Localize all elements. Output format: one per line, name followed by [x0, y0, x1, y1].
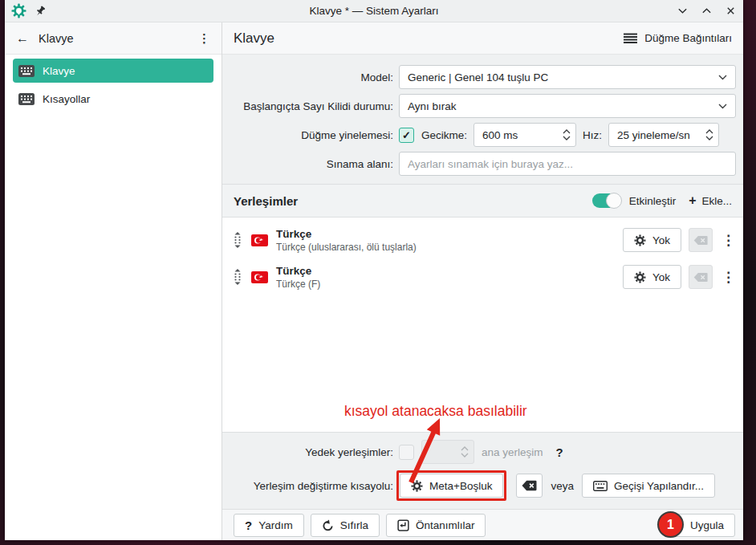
layout-shortcut-label: Yok	[652, 234, 670, 246]
bottom-settings: Yedek yerleşimler: ana yerleşim	[222, 432, 743, 509]
layouts-section-header: Yerleşimler Etkinleştir + Ekle...	[222, 184, 743, 218]
reset-label: Sıfırla	[340, 519, 368, 531]
enable-label: Etkinleştir	[629, 195, 677, 207]
layout-shortcut-label: Yok	[652, 271, 670, 283]
configure-switching-label: Geçişi Yapılandır...	[614, 480, 704, 492]
delay-value: 600 ms	[482, 129, 518, 141]
sidebar-list: Klavye	[5, 55, 222, 119]
defaults-icon	[397, 519, 409, 531]
keyboard-icon	[18, 65, 35, 77]
sidebar-item-label: Klavye	[43, 65, 75, 77]
annotation-highlight-box: Meta+Boşluk	[396, 470, 506, 501]
spinner-arrows-icon[interactable]	[701, 129, 713, 140]
model-combobox[interactable]: Generic | Genel 104 tuşlu PC	[399, 65, 736, 89]
drag-handle-icon[interactable]	[232, 231, 243, 249]
layout-name: Türkçe	[276, 228, 417, 240]
rate-spinbox[interactable]: 25 yineleme/sn	[608, 123, 719, 147]
help-icon[interactable]: ?	[556, 445, 563, 459]
question-icon: ?	[245, 519, 252, 532]
drag-handle-icon[interactable]	[232, 268, 243, 286]
gear-icon	[634, 234, 646, 246]
gear-icon	[411, 480, 423, 492]
add-label: Ekle...	[701, 195, 732, 207]
button-mappings-label: Düğme Bağıntıları	[644, 32, 732, 44]
page-title: Klavye	[234, 31, 274, 47]
layout-name: Türkçe	[276, 265, 320, 277]
desktop-background: Klavye * — Sistem Ayarları	[0, 0, 756, 545]
maximize-icon[interactable]	[700, 5, 713, 18]
window-title: Klavye * — Sistem Ayarları	[5, 5, 743, 17]
layout-variant: Türkçe (F)	[276, 279, 320, 290]
hamburger-icon	[624, 33, 637, 44]
reset-button[interactable]: Sıfırla	[311, 514, 380, 537]
numlock-label: Başlangıçta Sayı Kilidi durumu:	[222, 100, 393, 112]
help-button[interactable]: ? Yardım	[234, 514, 304, 537]
sidebar-item-kisayollar[interactable]: Kısayollar	[13, 87, 213, 111]
layout-row-turkce-intl: Türkçe Türkçe (uluslararası, ölü tuşlarl…	[232, 222, 735, 258]
spinner-arrows-icon	[456, 446, 469, 458]
switch-shortcut-value: Meta+Boşluk	[429, 480, 492, 492]
rate-value: 25 yineleme/sn	[617, 129, 690, 141]
model-value: Generic | Genel 104 tuşlu PC	[408, 71, 548, 83]
row-menu-icon[interactable]: ⋮	[721, 270, 735, 284]
close-icon[interactable]	[724, 5, 737, 18]
switch-shortcut-label: Yerleşim değiştirme kısayolu:	[222, 480, 393, 492]
annotation-text: kısayol atanacaksa basılabilir	[344, 403, 527, 420]
configure-switching-button[interactable]: Geçişi Yapılandır...	[582, 474, 715, 498]
rate-label: Hız:	[583, 129, 602, 141]
gear-icon	[634, 271, 646, 283]
spare-layouts-label: Yedek yerleşimler:	[222, 446, 393, 458]
layout-shortcut-button[interactable]: Yok	[623, 265, 681, 289]
app-icon	[11, 3, 26, 18]
titlebar: Klavye * — Sistem Ayarları	[5, 0, 743, 22]
sidebar-item-klavye[interactable]: Klavye	[13, 59, 213, 83]
switch-shortcut-row: Yerleşim değiştirme kısayolu:	[222, 470, 743, 501]
layout-shortcut-button[interactable]: Yok	[623, 228, 681, 252]
key-repeat-label: Düğme yinelemesi:	[222, 129, 393, 141]
layouts-enable-toggle[interactable]	[592, 193, 621, 208]
chevron-down-icon	[718, 104, 727, 109]
layout-variant: Türkçe (uluslararası, ölü tuşlarla)	[276, 242, 417, 253]
sidebar-menu-icon[interactable]: ⋮	[198, 32, 210, 44]
system-settings-window: Klavye * — Sistem Ayarları	[5, 0, 743, 540]
delay-label: Gecikme:	[421, 129, 467, 141]
plus-icon: +	[689, 194, 696, 207]
minimize-icon[interactable]	[676, 5, 689, 18]
annotation-step-badge: 1	[657, 511, 684, 538]
clear-switch-shortcut-button[interactable]	[516, 474, 543, 498]
sidebar-title: Klavye	[39, 32, 74, 45]
keyboard-form: Model: Generic | Genel 104 tuşlu PC Başl…	[222, 55, 743, 184]
button-mappings-button[interactable]: Düğme Bağıntıları	[624, 32, 732, 44]
defaults-label: Öntanımlılar	[416, 519, 475, 531]
layouts-list: Türkçe Türkçe (uluslararası, ölü tuşlarl…	[222, 218, 743, 432]
row-menu-icon[interactable]: ⋮	[721, 234, 735, 247]
main-header: Klavye Düğme Bağıntıları	[222, 22, 743, 55]
main-panel: Klavye Düğme Bağıntıları Model:	[222, 22, 743, 540]
or-label: veya	[551, 480, 574, 492]
turkish-flag-icon	[251, 234, 268, 246]
undo-icon	[322, 519, 334, 531]
spare-layouts-row: Yedek yerleşimler: ana yerleşim	[222, 440, 743, 464]
spare-layouts-checkbox[interactable]	[399, 445, 414, 460]
keyboard-icon	[18, 93, 35, 105]
add-layout-button[interactable]: + Ekle...	[689, 194, 732, 207]
clear-shortcut-button	[689, 228, 713, 252]
key-repeat-checkbox[interactable]: ✓	[399, 128, 414, 143]
sidebar: ← Klavye ⋮	[5, 22, 222, 540]
layouts-title: Yerleşimler	[234, 194, 298, 208]
defaults-button[interactable]: Öntanımlılar	[386, 514, 486, 537]
delay-spinbox[interactable]: 600 ms	[474, 123, 576, 147]
spare-count-spinbox	[421, 440, 474, 464]
numlock-value: Aynı bırak	[408, 100, 457, 112]
footer-bar: ? Yardım Sıfırla	[222, 509, 743, 540]
switch-shortcut-button[interactable]: Meta+Boşluk	[400, 474, 503, 498]
turkish-flag-icon	[251, 271, 268, 283]
test-area-input[interactable]	[399, 152, 736, 176]
pin-icon[interactable]	[35, 6, 46, 17]
numlock-combobox[interactable]: Aynı bırak	[399, 94, 736, 118]
spinner-arrows-icon[interactable]	[558, 129, 571, 140]
help-label: Yardım	[258, 519, 293, 531]
test-area-label: Sınama alanı:	[222, 158, 393, 170]
clear-shortcut-button	[689, 265, 713, 289]
back-arrow-icon[interactable]: ←	[16, 31, 29, 46]
